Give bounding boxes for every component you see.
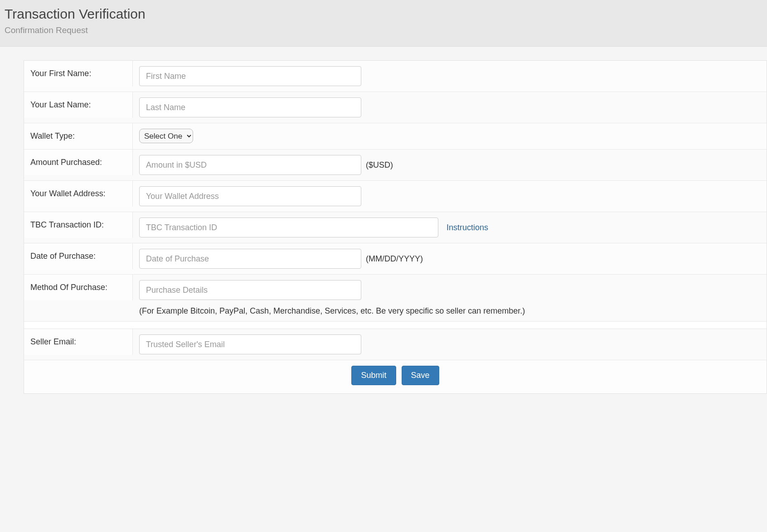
page-title: Transaction Verification bbox=[5, 6, 762, 22]
date-of-purchase-input[interactable] bbox=[139, 249, 361, 269]
page-header: Transaction Verification Confirmation Re… bbox=[0, 0, 767, 47]
content-area: Your First Name: Your Last Name: Wallet … bbox=[0, 47, 767, 407]
row-wallet-type: Wallet Type: Select One bbox=[24, 123, 767, 150]
row-method-of-purchase: Method Of Purchase: (For Example Bitcoin… bbox=[24, 275, 767, 322]
first-name-input[interactable] bbox=[139, 66, 361, 86]
save-button[interactable]: Save bbox=[402, 366, 439, 385]
seller-email-input[interactable] bbox=[139, 334, 361, 354]
instructions-link[interactable]: Instructions bbox=[447, 223, 488, 232]
row-wallet-address: Your Wallet Address: bbox=[24, 181, 767, 212]
label-seller-email: Seller Email: bbox=[24, 329, 133, 355]
row-seller-email: Seller Email: bbox=[24, 329, 767, 360]
wallet-address-input[interactable] bbox=[139, 186, 361, 206]
label-wallet-address: Your Wallet Address: bbox=[24, 181, 133, 207]
label-last-name: Your Last Name: bbox=[24, 92, 133, 118]
label-tbc-transaction-id: TBC Transaction ID: bbox=[24, 212, 133, 238]
row-first-name: Your First Name: bbox=[24, 61, 767, 92]
amount-purchased-suffix: ($USD) bbox=[366, 160, 393, 170]
button-row: Submit Save bbox=[24, 360, 767, 393]
spacer bbox=[24, 322, 767, 329]
method-of-purchase-help: (For Example Bitcoin, PayPal, Cash, Merc… bbox=[139, 306, 760, 316]
label-first-name: Your First Name: bbox=[24, 61, 133, 87]
amount-purchased-input[interactable] bbox=[139, 155, 361, 175]
method-of-purchase-input[interactable] bbox=[139, 280, 361, 300]
label-method-of-purchase: Method Of Purchase: bbox=[24, 275, 133, 300]
date-of-purchase-suffix: (MM/DD/YYYY) bbox=[366, 254, 423, 264]
row-amount-purchased: Amount Purchased: ($USD) bbox=[24, 150, 767, 181]
form-panel: Your First Name: Your Last Name: Wallet … bbox=[24, 60, 767, 394]
row-date-of-purchase: Date of Purchase: (MM/DD/YYYY) bbox=[24, 243, 767, 275]
submit-button[interactable]: Submit bbox=[351, 366, 396, 385]
last-name-input[interactable] bbox=[139, 97, 361, 117]
label-date-of-purchase: Date of Purchase: bbox=[24, 243, 133, 269]
row-last-name: Your Last Name: bbox=[24, 92, 767, 123]
row-tbc-transaction-id: TBC Transaction ID: Instructions bbox=[24, 212, 767, 243]
page-subtitle: Confirmation Request bbox=[5, 25, 762, 35]
wallet-type-select[interactable]: Select One bbox=[139, 129, 193, 143]
tbc-transaction-id-input[interactable] bbox=[139, 218, 438, 237]
label-amount-purchased: Amount Purchased: bbox=[24, 150, 133, 175]
label-wallet-type: Wallet Type: bbox=[24, 123, 133, 149]
